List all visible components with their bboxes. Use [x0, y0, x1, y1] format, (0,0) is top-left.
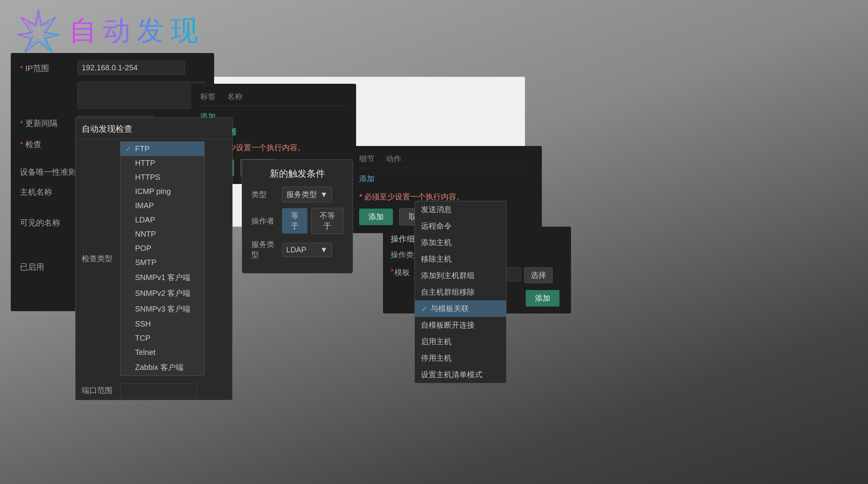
check-item-snmpv3[interactable]: SNMPv3 客户端 — [120, 301, 204, 317]
ip-range-input[interactable] — [78, 61, 185, 75]
trigger-title: 新的触发条件 — [251, 167, 343, 180]
check-item-pop[interactable]: POP — [120, 241, 204, 255]
conditions-col-tag: 标签 — [200, 91, 216, 102]
check-item-imap[interactable]: IMAP — [120, 199, 204, 213]
port-range-row: 端口范围 — [76, 381, 232, 400]
check-dropdown-title: 自动发现检查 — [76, 118, 232, 139]
check-item-https[interactable]: HTTPS — [120, 170, 204, 184]
host-name-label: 主机名称 — [20, 184, 78, 197]
ops-detail-checkmark-icon: ✓ — [421, 304, 427, 313]
ops-detail-add-group[interactable]: 添加到主机群组 — [415, 267, 506, 284]
ops-detail-link-template[interactable]: ✓ 与模板关联 — [415, 300, 506, 317]
ip-range-textarea[interactable] — [78, 82, 205, 109]
ops-bottom-add-button[interactable]: 添加 — [526, 290, 559, 307]
ops-detail-menu: 发送消息 远程命令 添加主机 移除主机 添加到主机群组 自主机群组移除 ✓ 与模… — [414, 201, 507, 383]
logo-icon — [15, 8, 61, 54]
ops-detail-remove-host[interactable]: 移除主机 — [415, 251, 506, 267]
port-range-label: 端口范围 — [82, 385, 120, 396]
trigger-service-select[interactable]: LDAP ▼ — [282, 243, 332, 257]
ip-range-label: IP范围 — [20, 61, 78, 74]
header: 自动发现 — [15, 8, 204, 54]
ops-detail-unlink-template[interactable]: 自模板断开连接 — [415, 317, 506, 333]
trigger-equal-button[interactable]: 等于 — [282, 208, 307, 234]
trigger-type-select[interactable]: 服务类型 ▼ — [282, 187, 332, 202]
ops-detail-remove-group[interactable]: 自主机群组移除 — [415, 284, 506, 300]
check-item-zabbix[interactable]: Zabbix 客户端 — [120, 360, 204, 375]
ops-warning: * 必须至少设置一个执行内容。 — [359, 192, 533, 202]
check-item-snmpv1[interactable]: SNMPv1 客户端 — [120, 270, 204, 285]
ops-header: 细节 动作 — [359, 154, 533, 168]
port-range-input[interactable] — [120, 383, 197, 398]
check-type-row: 检查类型 ✓ FTP HTTP HTTPS ICMP ping IMAP LDA… — [76, 139, 232, 378]
check-item-icmp[interactable]: ICMP ping — [120, 184, 204, 199]
trigger-operator-row: 操作者 等于 不等于 — [251, 208, 343, 234]
app-title: 自动发现 — [69, 12, 204, 49]
check-item-http[interactable]: HTTP — [120, 156, 204, 170]
ops-col-action: 动作 — [386, 154, 401, 164]
trigger-type-row: 类型 服务类型 ▼ — [251, 187, 343, 202]
check-item-ftp[interactable]: ✓ FTP — [120, 142, 204, 156]
ops-add-link[interactable]: 添加 — [359, 174, 375, 183]
ip-range-row: IP范围 — [20, 61, 205, 75]
check-item-telnet[interactable]: Telnet — [120, 345, 204, 360]
trigger-service-row: 服务类型 LDAP ▼ — [251, 239, 343, 260]
check-item-ssh[interactable]: SSH — [120, 317, 204, 331]
ops-detail-remote-cmd[interactable]: 远程命令 — [415, 218, 506, 234]
ops-detail-send-message[interactable]: 发送消息 — [415, 201, 506, 218]
trigger-type-label: 类型 — [251, 189, 278, 200]
ops-detail-inventory-mode[interactable]: 设置主机清单模式 — [415, 366, 506, 383]
update-interval-label: 更新间隔 — [20, 116, 78, 129]
trigger-operator-label: 操作者 — [251, 216, 278, 226]
ops-col-detail: 细节 — [359, 154, 375, 164]
check-type-label: 检查类型 — [82, 254, 120, 264]
trigger-panel: 新的触发条件 类型 服务类型 ▼ 操作者 等于 不等于 服务类型 LDAP ▼ — [242, 159, 353, 273]
check-item-snmpv2[interactable]: SNMPv2 客户端 — [120, 285, 204, 301]
check-item-tcp[interactable]: TCP — [120, 331, 204, 345]
device-unique-label: 设备唯一性准则 — [20, 164, 78, 177]
textarea-row — [20, 82, 205, 109]
ops-add-button[interactable]: 添加 — [359, 209, 393, 225]
visible-name-label: 可见的名称 — [20, 215, 78, 228]
conditions-col-name: 名称 — [227, 91, 243, 102]
trigger-service-label: 服务类型 — [251, 239, 278, 260]
check-item-ldap[interactable]: LDAP — [120, 213, 204, 227]
check-item-smtp[interactable]: SMTP — [120, 255, 204, 270]
check-type-menu: ✓ FTP HTTP HTTPS ICMP ping IMAP LDAP NNT… — [120, 141, 205, 376]
conditions-header: 标签 名称 — [200, 91, 347, 106]
enabled-label: 已启用 — [20, 259, 78, 272]
ops-detail-disable-host[interactable]: 停用主机 — [415, 350, 506, 366]
template-select-button[interactable]: 选择 — [524, 267, 553, 283]
check-dropdown-panel: 自动发现检查 检查类型 ✓ FTP HTTP HTTPS ICMP ping I… — [75, 118, 233, 400]
trigger-notequal-button[interactable]: 不等于 — [311, 208, 343, 234]
checks-label: 检查 — [20, 137, 78, 150]
ops-detail-add-host[interactable]: 添加主机 — [415, 234, 506, 251]
check-selected-icon: ✓ — [126, 145, 132, 152]
check-item-nntp[interactable]: NNTP — [120, 227, 204, 241]
ops-detail-enable-host[interactable]: 启用主机 — [415, 333, 506, 350]
